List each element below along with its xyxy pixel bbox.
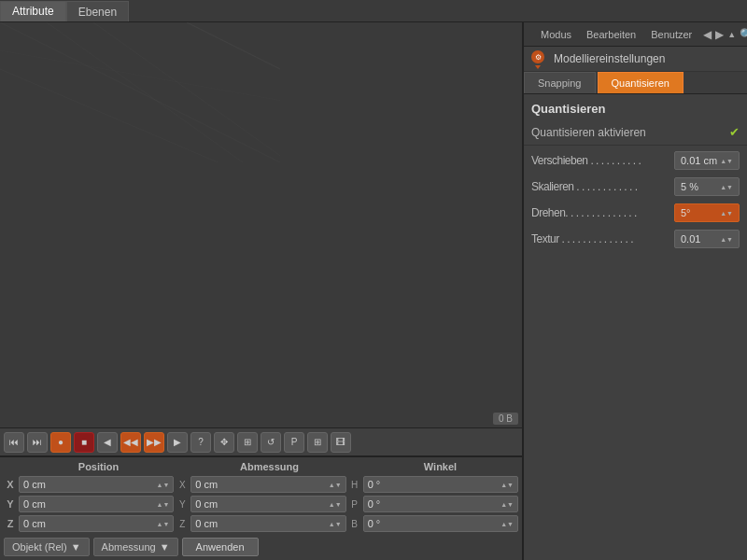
coord-row-x: X 0 cm ▲▼ X 0 cm ▲▼ H 0 ° ▲▼ [4,476,518,493]
x-pos-arrows: ▲▼ [156,482,169,488]
left-panel: 70 80 90 100 0 B ⏮ ⏭ ● ■ ◀ ◀◀ ▶▶ ▶ [0,22,523,560]
z-abs-arrows: ▲▼ [329,521,342,527]
viewport-grid [0,22,280,162]
coord-row-z: Z 0 cm ▲▼ Z 0 cm ▲▼ B 0 ° ▲▼ [4,515,518,532]
settings-gear-icon: ⚙ [531,50,544,63]
next-end-btn[interactable]: ⏭ [27,432,48,453]
tab-attribute[interactable]: Attribute [0,1,66,21]
z-ang-arrows: ▲▼ [500,521,514,527]
skalieren-input[interactable]: 5 % ▲▼ [674,177,740,196]
skalieren-label: Skalieren . . . . . . . . . . . . [531,180,669,193]
viewport[interactable] [0,22,522,410]
parking-btn[interactable]: P [284,432,304,453]
grid-btn[interactable]: ⊞ [307,432,328,453]
aktivieren-label: Quantisieren aktivieren [531,126,724,139]
tab-quantisieren[interactable]: Quantisieren [598,72,684,93]
textur-label: Textur . . . . . . . . . . . . . . [531,232,669,245]
coord-z-abs[interactable]: 0 cm ▲▼ [190,515,345,532]
svg-line-3 [0,69,280,162]
record-btn[interactable]: ● [50,432,71,453]
benutzer-btn[interactable]: Benutzer [647,27,696,42]
abmessung-dropdown[interactable]: Abmessung ▼ [93,538,178,556]
settings-header: ⚙ Modelliereinstellungen [524,47,747,72]
svg-line-0 [0,22,280,162]
dropdown1-arrow: ▼ [71,541,81,553]
x-ang-arrows: ▲▼ [500,482,514,488]
drehen-arrows: ▲▼ [720,210,733,217]
coord-dropdown-row: Objekt (Rel) ▼ Abmessung ▼ Anwenden [4,538,518,556]
rotate-tool-btn[interactable]: ↺ [261,432,281,453]
y-ang-arrows: ▲▼ [500,501,514,508]
sub-tabs: Snapping Quantisieren [524,72,747,94]
prev-start-btn[interactable]: ⏮ [4,432,24,453]
coord-y-abs[interactable]: 0 cm ▲▼ [190,496,345,512]
coord-z-abs-label: Z [176,519,189,529]
right-panel: Modus Bearbeiten Benutzer ◀ ▶ ▲ 🔍 🔖 ⚙ ⊞ … [523,22,747,560]
play-rev-btn[interactable]: ◀◀ [120,432,141,453]
coord-y-label: Y [4,498,17,510]
next-frame-btn[interactable]: ▶ [167,432,188,453]
coord-x-pos[interactable]: 0 cm ▲▼ [19,476,174,493]
drehen-input[interactable]: 5° ▲▼ [674,203,740,222]
right-toolbar: Modus Bearbeiten Benutzer ◀ ▶ ▲ 🔍 🔖 ⚙ ⊞ [524,22,747,47]
dropdown2-arrow: ▼ [160,541,170,553]
drehen-row: Drehen. . . . . . . . . . . . . . 5° ▲▼ [524,200,747,226]
tab-snapping[interactable]: Snapping [524,72,596,93]
coord-panel: Position Abmessung Winkel X 0 cm ▲▼ X 0 … [0,456,522,560]
drehen-label: Drehen. . . . . . . . . . . . . . [531,206,669,219]
svg-line-1 [47,22,280,162]
svg-line-4 [187,22,280,162]
y-abs-arrows: ▲▼ [329,501,342,508]
settings-title: Modelliereinstellungen [554,52,665,65]
divider-1 [524,145,747,146]
textur-input[interactable]: 0.01 ▲▼ [674,230,740,248]
verschieben-arrows: ▲▼ [720,158,733,164]
arrow-up-icon[interactable]: ▲ [727,30,736,39]
coord-x-abs-label: X [176,480,189,490]
coord-z-ang[interactable]: 0 ° ▲▼ [363,515,518,532]
objekt-rel-dropdown[interactable]: Objekt (Rel) ▼ [4,538,90,556]
coord-z-pos[interactable]: 0 cm ▲▼ [19,515,174,532]
skalieren-row: Skalieren . . . . . . . . . . . . 5 % ▲▼ [524,174,747,200]
quantisieren-title: Quantisieren [524,94,747,121]
y-pos-arrows: ▲▼ [156,501,169,508]
bearbeiten-btn[interactable]: Bearbeiten [583,27,640,42]
verschieben-input[interactable]: 0.01 cm ▲▼ [674,151,740,170]
move-tool-btn[interactable]: ✥ [214,432,234,453]
question-btn[interactable]: ? [190,432,211,453]
coord-y-pos[interactable]: 0 cm ▲▼ [19,496,174,512]
quantisieren-panel: Quantisieren Quantisieren aktivieren ✔ V… [524,94,747,560]
search-icon[interactable]: 🔍 [740,28,747,41]
verschieben-label: Verschieben . . . . . . . . . . [531,154,669,167]
x-abs-arrows: ▲▼ [329,482,342,488]
coord-x-abs[interactable]: 0 cm ▲▼ [190,476,345,493]
scale-tool-btn[interactable]: ⊞ [237,432,258,453]
stop-btn[interactable]: ■ [74,432,94,453]
arrow-right-icon[interactable]: ▶ [715,28,724,41]
top-tab-bar: Attribute Ebenen [0,0,747,22]
settings-icon-arrow [535,65,541,69]
film-btn[interactable]: 🎞 [331,432,351,453]
apply-button[interactable]: Anwenden [182,538,259,556]
coord-row-y: Y 0 cm ▲▼ Y 0 cm ▲▼ P 0 ° ▲▼ [4,496,518,512]
tab-ebenen[interactable]: Ebenen [66,1,129,21]
header-abmessung: Abmessung [193,461,345,472]
prev-frame-btn[interactable]: ◀ [97,432,118,453]
svg-line-5 [0,50,280,144]
play-fwd-btn[interactable]: ▶▶ [144,432,164,453]
header-position: Position [22,461,175,472]
arrow-left-icon[interactable]: ◀ [703,28,712,41]
header-winkel: Winkel [364,461,516,472]
coord-h-label: H [348,480,361,490]
timeline-ruler: 70 80 90 100 0 B [0,410,522,428]
coord-y-ang[interactable]: 0 ° ▲▼ [363,496,518,512]
aktivieren-checkmark[interactable]: ✔ [729,125,740,139]
coord-x-label: X [4,479,17,490]
modus-btn[interactable]: Modus [537,27,575,42]
z-pos-arrows: ▲▼ [156,521,169,527]
svg-line-2 [93,22,280,162]
coord-b-label: B [348,519,361,529]
coord-x-ang[interactable]: 0 ° ▲▼ [363,476,518,493]
main-layout: 70 80 90 100 0 B ⏮ ⏭ ● ■ ◀ ◀◀ ▶▶ ▶ [0,22,747,560]
timeline-current-value: 0 B [493,413,518,425]
